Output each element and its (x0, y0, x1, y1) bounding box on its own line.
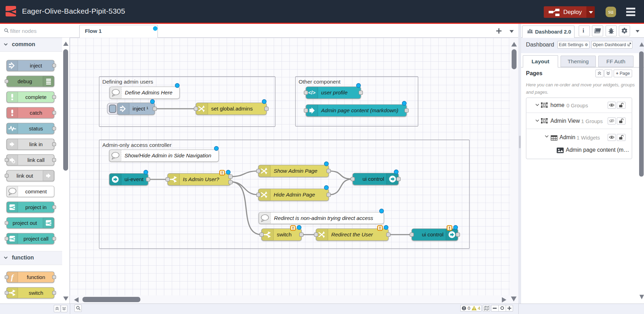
svg-text:comment: comment (25, 188, 47, 194)
svg-text:switch: switch (277, 231, 292, 237)
svg-text:Hide Admin Page: Hide Admin Page (274, 192, 315, 198)
svg-text:catch: catch (30, 110, 42, 116)
svg-text:link in: link in (29, 141, 43, 147)
svg-text:function: function (27, 274, 45, 280)
svg-text:user profile: user profile (321, 90, 348, 95)
svg-text:link call: link call (27, 157, 44, 163)
svg-text:status: status (29, 126, 43, 131)
svg-text:project call: project call (23, 236, 49, 242)
svg-text:Redirect is non-admin trying d: Redirect is non-admin trying direct acce… (274, 215, 373, 221)
svg-text:Define Admins Here: Define Admins Here (125, 90, 173, 95)
svg-text:!: ! (449, 226, 450, 231)
svg-text:</>: </> (308, 90, 316, 95)
svg-text:Is Admin User?: Is Admin User? (183, 176, 219, 182)
svg-text:inject: inject (30, 63, 42, 69)
svg-text:project in: project in (25, 204, 47, 210)
svg-text:Other component: Other component (299, 79, 341, 85)
svg-text:Show Admin Page: Show Admin Page (274, 168, 317, 174)
svg-text:Show/Hide Admin in Side Naviga: Show/Hide Admin in Side Navigation (125, 152, 212, 158)
svg-text:switch: switch (29, 290, 43, 296)
svg-text:Admin-only access controller: Admin-only access controller (102, 142, 171, 148)
svg-text:link out: link out (16, 173, 33, 179)
svg-text:!: ! (221, 171, 223, 176)
svg-text:project out: project out (13, 220, 37, 226)
svg-text:!: ! (379, 226, 381, 231)
svg-text:ui-event: ui-event (125, 176, 144, 182)
svg-text:debug: debug (17, 78, 32, 84)
svg-text:!: ! (292, 226, 294, 231)
svg-text:Admin page content (markdown): Admin page content (markdown) (321, 107, 398, 113)
svg-text:ui control: ui control (422, 231, 444, 237)
svg-text:Defining admin users: Defining admin users (102, 79, 153, 85)
svg-text:Redirect the User: Redirect the User (331, 231, 373, 237)
svg-text:set global.admins: set global.admins (211, 106, 253, 112)
svg-text:complete: complete (25, 94, 47, 100)
svg-text:inject ¹: inject ¹ (133, 106, 148, 112)
svg-text:ui control: ui control (363, 176, 384, 182)
